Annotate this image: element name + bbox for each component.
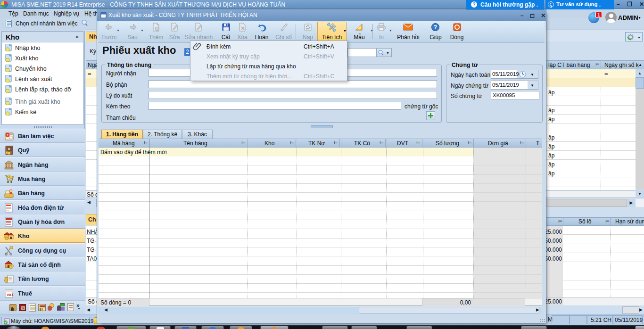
svg-text:?: ? (434, 24, 437, 31)
svg-text:VAT: VAT (7, 293, 14, 297)
